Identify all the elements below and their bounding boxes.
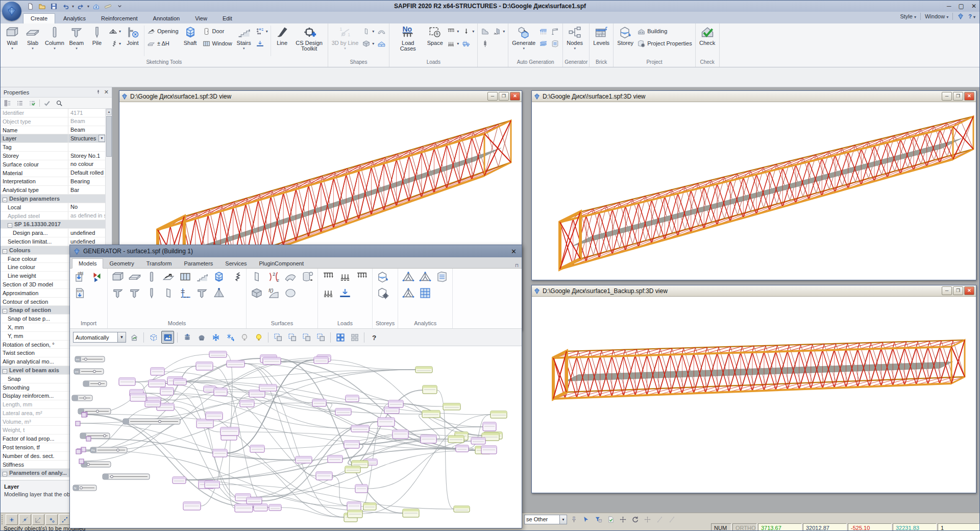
- gen-extrude-icon[interactable]: [300, 270, 314, 284]
- redo-icon[interactable]: [76, 2, 86, 11]
- ribbon-item-shaft[interactable]: Shaft: [180, 23, 201, 58]
- property-row-design-para-[interactable]: Design para...undefined: [1, 229, 105, 237]
- property-row-identifier[interactable]: Identifier4171: [1, 109, 105, 117]
- gen-bar-icon[interactable]: [144, 270, 159, 284]
- ribbon-item-cs-design-toolkit[interactable]: CS Design Toolkit: [292, 23, 326, 58]
- generator-close-icon[interactable]: ✕: [509, 248, 519, 255]
- gen-ramp-icon[interactable]: [195, 270, 209, 284]
- ribbon-item-arch-icon[interactable]: [376, 26, 387, 36]
- property-row-layer[interactable]: LayerStructures▼: [1, 134, 105, 143]
- ribbon-item-opening[interactable]: Opening: [145, 26, 180, 36]
- view-3d-canvas[interactable]: [532, 102, 976, 280]
- undo-icon[interactable]: [60, 2, 70, 11]
- ribbon-item-joint[interactable]: Joint: [122, 23, 143, 58]
- close-button[interactable]: ✕: [510, 92, 520, 101]
- view-3d-canvas[interactable]: [532, 297, 976, 493]
- ribbon-tab-annotation[interactable]: Annotation: [146, 14, 187, 23]
- close-button[interactable]: ✕: [964, 286, 974, 295]
- minimize-button[interactable]: ─: [942, 286, 952, 295]
- ribbon-item-pile-field-icon[interactable]: [537, 26, 549, 36]
- ribbon-item-spring-icon[interactable]: ▾: [107, 38, 122, 49]
- maximize-button[interactable]: ▢: [959, 3, 964, 10]
- gen-mesh-node-icon[interactable]: [418, 270, 432, 284]
- ribbon-item-3d-by-line[interactable]: 113D by Line▾: [330, 23, 361, 58]
- property-row-object-type[interactable]: Object typeBeam: [1, 117, 105, 126]
- gen-storey-gear-icon[interactable]: [376, 286, 390, 300]
- list-icon[interactable]: [15, 99, 25, 108]
- gen-mesh-edge-icon[interactable]: [401, 286, 415, 300]
- freeze-icon[interactable]: [209, 331, 222, 344]
- dome-icon[interactable]: [195, 331, 208, 344]
- snap-point-icon[interactable]: [45, 514, 58, 525]
- restore-button[interactable]: ❐: [953, 286, 963, 295]
- minimize-button[interactable]: ─: [947, 3, 951, 10]
- ribbon-tab-edit[interactable]: Edit: [215, 14, 239, 23]
- ribbon-item-window[interactable]: Window: [201, 38, 234, 49]
- property-row-tag[interactable]: Tag: [1, 143, 105, 152]
- property-row-storey[interactable]: StoreyStorey No.1: [1, 152, 105, 160]
- generator-title-bar[interactable]: GENERATOR - surface1.spf (Building 1) ✕: [70, 245, 522, 257]
- open-folder-icon[interactable]: [37, 2, 47, 11]
- chevron-down-icon[interactable]: ▼: [99, 135, 105, 142]
- ribbon-tab-create[interactable]: Create: [23, 13, 55, 23]
- gen-ellipsoid-icon[interactable]: [283, 286, 298, 300]
- gen-pile-icon[interactable]: [144, 286, 159, 300]
- sapfir-diamond-icon[interactable]: [957, 13, 964, 20]
- node-graph-canvas[interactable]: int int Fit N: [70, 346, 522, 528]
- view-window-title-bar[interactable]: D:\Google Диск\surface1.spf:3D view ─ ❐ …: [119, 91, 522, 102]
- gen-axes-icon[interactable]: [178, 286, 192, 300]
- ribbon-item-slab[interactable]: Slab▾: [22, 23, 43, 58]
- bulb-on-icon[interactable]: [252, 331, 265, 344]
- chevron-down-icon[interactable]: ▾: [87, 4, 89, 9]
- pin-icon[interactable]: ⊓: [515, 263, 519, 268]
- generator-tab-transform[interactable]: Transform: [140, 259, 178, 268]
- gen-obj-icon[interactable]: obj: [73, 270, 87, 284]
- funnel-table-icon[interactable]: [593, 514, 604, 524]
- ribbon-item-retaining-wall-icon[interactable]: ▾: [491, 26, 506, 36]
- window-menu[interactable]: Window ▾: [925, 13, 948, 19]
- gen-slab-icon[interactable]: [128, 270, 142, 284]
- select-hide-icon[interactable]: [300, 331, 313, 344]
- property-row-name[interactable]: NameBeam: [1, 126, 105, 135]
- move-icon[interactable]: [618, 514, 628, 524]
- snap-grid-icon[interactable]: [6, 514, 18, 525]
- gen-mesh-grid-icon[interactable]: [418, 286, 432, 300]
- restore-button[interactable]: ❐: [953, 92, 963, 101]
- scrollbar-thumb[interactable]: [106, 116, 112, 157]
- slash-icon[interactable]: [654, 514, 665, 524]
- pin-icon[interactable]: [95, 89, 101, 95]
- generator-tab-parameters[interactable]: Parameters: [178, 259, 219, 268]
- move-grey-icon[interactable]: [642, 514, 653, 524]
- toolbar-grip[interactable]: [2, 515, 4, 524]
- generator-tab-geometry[interactable]: Geometry: [103, 259, 140, 268]
- ribbon-item-nodes[interactable]: Nodes▾: [565, 23, 585, 58]
- new-document-icon[interactable]: [25, 2, 35, 11]
- snap-nearest-icon[interactable]: [19, 514, 31, 525]
- ribbon-item-stairs[interactable]: Stairs▾: [234, 23, 254, 58]
- ribbon-item-point-load-icon[interactable]: ▾: [460, 26, 476, 36]
- ribbon-item-generate-stack-icon[interactable]: [537, 38, 549, 49]
- ribbon-item-point-grid-icon[interactable]: ▾: [254, 26, 270, 36]
- select-group-icon[interactable]: [272, 331, 284, 344]
- ribbon-item-generate[interactable]: Generate▾: [510, 23, 537, 58]
- save-icon[interactable]: [48, 2, 59, 11]
- property-row-applied-steel[interactable]: Applied steelas defined in se...: [1, 212, 105, 221]
- close-panel-icon[interactable]: ✕: [104, 89, 109, 95]
- ribbon-item-load-cases[interactable]: NoLoad Cases: [391, 23, 425, 58]
- gen-group-load-icon[interactable]: [355, 270, 369, 284]
- pin-filter-icon[interactable]: [569, 514, 579, 524]
- gen-storey-copy-icon[interactable]: [376, 270, 390, 284]
- ribbon-item-levels[interactable]: Levels: [591, 23, 611, 58]
- ribbon-tab-reinforcement[interactable]: Reinforcement: [94, 14, 145, 23]
- gen-mesh-table-icon[interactable]: [435, 270, 449, 284]
- ribbon-item-base-level-icon[interactable]: [254, 38, 270, 49]
- ribbon-item-doc-stack-icon[interactable]: [549, 38, 561, 49]
- ribbon-item-check[interactable]: Check: [697, 23, 718, 58]
- ribbon-item-cube-icon[interactable]: ▾: [360, 38, 376, 49]
- gen-fsurface-icon[interactable]: f(): [266, 286, 281, 300]
- minimize-button[interactable]: ─: [942, 92, 952, 101]
- chevron-down-icon[interactable]: ▾: [72, 4, 74, 9]
- gen-import-icon[interactable]: [90, 270, 104, 284]
- view-window-title-bar[interactable]: D:\Google Диск\surface1_Backup.spf:3D vi…: [532, 285, 976, 297]
- ribbon-item-pile[interactable]: Pile: [87, 23, 107, 58]
